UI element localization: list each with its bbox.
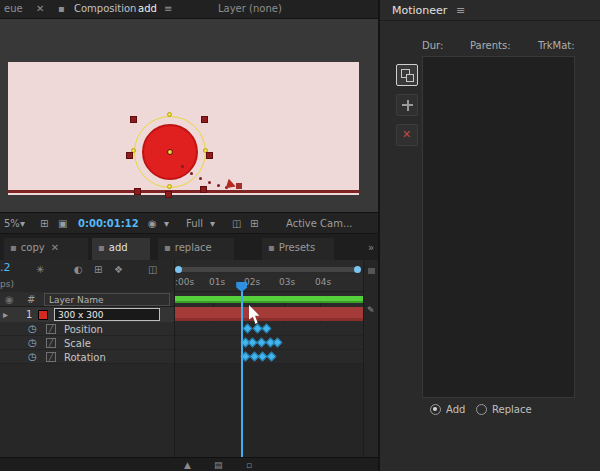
chevron-down-icon[interactable]: ▾	[210, 218, 215, 229]
track-row-scale[interactable]	[175, 336, 363, 350]
move-icon	[402, 104, 413, 106]
frame-blend-icon[interactable]: ⊞	[94, 264, 102, 275]
tab-render-queue[interactable]: eue	[4, 3, 23, 14]
layer-list: .2 ps) ✳ ◐ ⊞ ❖ ◫ ◉ # Layer Name ▸ 1 300 …	[0, 260, 175, 457]
tab-replace[interactable]: ▪replace	[158, 238, 234, 260]
graph-icon[interactable]: ╱	[46, 352, 56, 362]
pen-icon[interactable]: ✎	[367, 305, 375, 315]
property-row-position[interactable]: ◷ ╱ Position	[0, 322, 175, 336]
toggle-switches-icon[interactable]: ▤	[214, 460, 223, 470]
select-layers-button[interactable]	[396, 64, 418, 86]
motion-path-dot	[190, 172, 193, 175]
layer-name-field[interactable]: 300 x 300	[54, 308, 160, 321]
transform-button[interactable]	[396, 94, 418, 116]
add-radio[interactable]	[430, 404, 441, 415]
transparency-grid-icon[interactable]: ⊞	[250, 218, 258, 229]
vertex-dot[interactable]	[167, 184, 172, 189]
zoom-slider-icon[interactable]: ▫	[246, 460, 252, 470]
composition-viewer[interactable]	[0, 19, 378, 212]
bbox-handle[interactable]	[165, 191, 172, 198]
mask-toggle-icon[interactable]: ▣	[58, 218, 67, 229]
bbox-handle[interactable]	[200, 186, 207, 193]
camera-snapshot-icon[interactable]: ◉	[148, 218, 157, 229]
panel-menu-icon[interactable]: ≡	[164, 3, 172, 14]
zoom-out-icon[interactable]: ▲	[184, 460, 191, 470]
graph-editor-icon[interactable]: ◫	[148, 264, 157, 275]
anchor-point[interactable]	[167, 149, 173, 155]
panel-tab-bar: eue ✕ ▪ Composition add ≡ Layer (none)	[0, 0, 378, 19]
draft-3d-icon[interactable]: ◐	[74, 264, 83, 275]
keyframe[interactable]	[272, 338, 282, 348]
property-label[interactable]: Position	[64, 324, 103, 335]
tab-copy[interactable]: ▪copy✕	[4, 238, 88, 260]
graph-icon[interactable]: ╱	[46, 324, 56, 334]
track-row-rotation[interactable]	[175, 350, 363, 364]
close-icon[interactable]: ✕	[51, 242, 59, 253]
keyframe[interactable]	[242, 324, 252, 334]
motioneer-layer-list[interactable]	[422, 56, 575, 398]
chevron-down-icon[interactable]: ▾	[20, 218, 25, 229]
dur-label: Dur:	[422, 40, 443, 51]
bbox-handle[interactable]	[126, 152, 133, 159]
panel-icon: ▪	[268, 242, 275, 253]
motion-path-endpoint[interactable]	[236, 183, 242, 189]
stopwatch-icon[interactable]: ◷	[28, 337, 37, 348]
current-timecode[interactable]: 0:00:01:12	[78, 218, 139, 229]
layer-row[interactable]: ▸ 1 300 x 300	[0, 307, 175, 322]
close-icon[interactable]: ✕	[36, 3, 44, 14]
grid-guides-icon[interactable]: ⊞	[40, 218, 48, 229]
motion-blur-icon[interactable]: ❖	[114, 264, 123, 275]
chevron-down-icon[interactable]: ▾	[164, 218, 169, 229]
work-area-marker[interactable]	[368, 268, 375, 274]
composition-name[interactable]: add	[138, 3, 157, 14]
clear-button[interactable]: ✕	[396, 124, 418, 146]
layer-color-swatch[interactable]	[38, 310, 48, 320]
bbox-handle[interactable]	[206, 152, 213, 159]
expander-icon[interactable]: ▸	[3, 309, 8, 320]
zoom-level[interactable]: 5%	[4, 218, 20, 229]
tab-composition[interactable]: Composition	[74, 3, 136, 14]
motioneer-panel: Motioneer ≡ Dur: Parents: TrkMat: ✕ ▶ A+…	[378, 0, 600, 471]
stopwatch-icon[interactable]: ◷	[28, 323, 37, 334]
property-row-rotation[interactable]: ◷ ╱ Rotation	[0, 350, 175, 364]
graph-icon[interactable]: ╱	[46, 338, 56, 348]
tab-layer[interactable]: Layer (none)	[218, 3, 282, 14]
work-area-start-handle[interactable]	[175, 266, 182, 273]
layer-in-out-bar-green[interactable]	[175, 296, 363, 303]
panel-menu-icon[interactable]: ≡	[456, 4, 465, 17]
layer-name-column-header[interactable]: Layer Name	[44, 293, 170, 306]
stopwatch-icon[interactable]: ◷	[28, 351, 37, 362]
region-of-interest-icon[interactable]: ◫	[232, 218, 241, 229]
tab-overflow-icon[interactable]: »	[368, 242, 374, 253]
replace-radio-label[interactable]: Replace	[492, 404, 532, 415]
playhead[interactable]	[241, 290, 243, 457]
eye-icon[interactable]: ◉	[5, 294, 14, 305]
add-radio-label[interactable]: Add	[446, 404, 465, 415]
ruler-label: 03s	[279, 277, 295, 287]
panel-title[interactable]: Motioneer	[392, 4, 447, 17]
motion-path-dot	[208, 181, 211, 184]
comp-flowchart-icon[interactable]: ✳	[36, 264, 44, 275]
time-ruler[interactable]: :00s 01s 02s 03s 04s	[175, 274, 363, 292]
property-label[interactable]: Rotation	[64, 352, 106, 363]
tab-add[interactable]: ▪add	[92, 238, 150, 260]
replace-radio[interactable]	[476, 404, 487, 415]
bbox-handle[interactable]	[130, 116, 137, 123]
property-label[interactable]: Scale	[64, 338, 91, 349]
property-row-scale[interactable]: ◷ ╱ Scale	[0, 336, 175, 350]
work-area-end-handle[interactable]	[354, 266, 361, 273]
vertex-dot[interactable]	[167, 112, 172, 117]
keyframe[interactable]	[262, 324, 272, 334]
composition-canvas[interactable]	[8, 62, 359, 195]
layer-duration-bar[interactable]	[175, 307, 363, 321]
work-area-bar[interactable]	[176, 267, 360, 272]
track-row-position[interactable]	[175, 322, 363, 336]
motion-path-dot	[181, 165, 184, 168]
active-camera-select[interactable]: Active Cam...	[286, 218, 353, 229]
timeline-tracks[interactable]: :00s 01s 02s 03s 04s	[175, 260, 363, 457]
tab-presets[interactable]: ▪Presets	[262, 238, 334, 260]
resolution-select[interactable]: Full	[186, 218, 203, 229]
bbox-handle[interactable]	[201, 116, 208, 123]
bbox-handle[interactable]	[134, 188, 141, 195]
keyframe[interactable]	[267, 352, 277, 362]
